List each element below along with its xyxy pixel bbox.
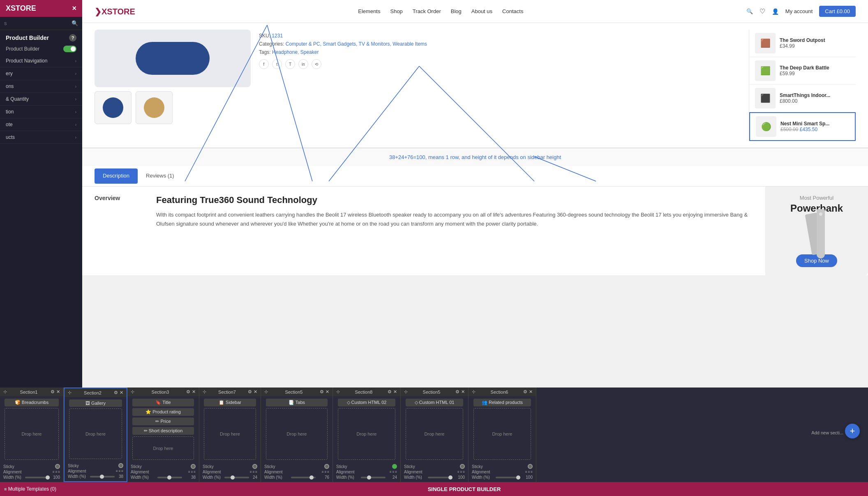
section3-close-icon[interactable]: ✕	[192, 389, 196, 394]
section8-dropzone[interactable]: Drop here	[338, 408, 395, 460]
widget-title[interactable]: 🔖 Title	[132, 399, 194, 406]
section8-move-icon[interactable]: ⊹	[336, 389, 340, 394]
tab-description[interactable]: Description	[95, 168, 138, 184]
section5a-move-icon[interactable]: ⊹	[264, 389, 268, 394]
builder-section-5b: ⊹ Section5 ⚙ ✕ ◇ Custom HTML 01 Drop her…	[401, 388, 469, 482]
section7-dropzone[interactable]: Drop here	[204, 408, 256, 460]
linkedin-icon[interactable]: in	[298, 59, 308, 69]
section2-dropzone[interactable]: Drop here	[82, 408, 122, 459]
add-section-label: Add new secti...	[811, 430, 843, 435]
nav-track-order[interactable]: Track Order	[413, 8, 441, 14]
widget-tabs[interactable]: 📑 Tabs	[266, 399, 327, 406]
section3-move-icon[interactable]: ⊹	[131, 389, 134, 394]
section6-header: ⊹ Section6 ⚙ ✕	[469, 388, 536, 396]
builder-sections: ⊹ Section1 ⚙ ✕ 🍞 Breadcrumbs Drop here S…	[82, 388, 868, 482]
product-thumb-1[interactable]	[95, 91, 132, 124]
account-label[interactable]: My account	[785, 8, 813, 14]
nav-about-us[interactable]: About us	[471, 8, 492, 14]
section6-dropzone[interactable]: Drop here	[473, 408, 531, 460]
section7-close-icon[interactable]: ✕	[254, 389, 257, 394]
widget-gallery[interactable]: 🖼 Gallery	[82, 399, 122, 407]
widget-custom-html-01[interactable]: ◇ Custom HTML 01	[406, 399, 463, 406]
related-img-2: 🟩	[755, 60, 776, 81]
wishlist-icon[interactable]: ♡	[760, 7, 765, 15]
widget-short-description[interactable]: ✏ Short description	[132, 427, 194, 435]
sidebar-item-note[interactable]: ote ›	[0, 118, 82, 131]
section7-width-slider[interactable]	[224, 477, 249, 478]
section5b-sticky-toggle[interactable]	[460, 464, 465, 469]
section6-move-icon[interactable]: ⊹	[472, 389, 476, 394]
sidebar-search-input[interactable]	[4, 20, 72, 26]
tumblr-icon[interactable]: T	[285, 59, 295, 69]
section2-settings-icon[interactable]: ⚙	[114, 390, 118, 395]
widget-product-rating[interactable]: ⭐ Product rating	[132, 408, 194, 416]
twitter-icon[interactable]: t	[272, 59, 282, 69]
section5b-close-icon[interactable]: ✕	[461, 389, 465, 394]
section5a-settings-icon[interactable]: ⚙	[320, 389, 324, 394]
related-item-1[interactable]: 🟫 The Sword Outpost £34.99	[749, 30, 856, 57]
sidebar-item-section[interactable]: tion ›	[0, 106, 82, 118]
sidebar-item-options[interactable]: ons ›	[0, 80, 82, 93]
scrollable-content: SKU: 1231 Categories: Computer & PC, Sma…	[82, 23, 868, 411]
section3-header: ⊹ Section3 ⚙ ✕	[127, 388, 199, 396]
section8-width-slider[interactable]	[361, 477, 386, 478]
section6-settings-icon[interactable]: ⚙	[523, 389, 527, 394]
widget-custom-html-02[interactable]: ◇ Custom HTML 02	[338, 399, 395, 406]
tab-reviews[interactable]: Reviews (1)	[138, 166, 182, 186]
section3-settings-icon[interactable]: ⚙	[186, 389, 190, 394]
section6-width-slider[interactable]	[496, 477, 520, 478]
section5b-dropzone[interactable]: Drop here	[406, 408, 463, 460]
section8-settings-icon[interactable]: ⚙	[388, 389, 392, 394]
section5a-dropzone[interactable]: Drop here	[266, 408, 327, 460]
search-icon[interactable]: 🔍	[746, 8, 753, 14]
section2-width-slider[interactable]	[90, 476, 115, 478]
categories-link[interactable]: Computer & PC, Smart Gadgets, TV & Monit…	[286, 41, 427, 47]
section7-sticky-toggle[interactable]	[252, 464, 257, 469]
section5b-width-slider[interactable]	[428, 477, 452, 478]
widget-related-products[interactable]: 👥 Related products	[473, 399, 531, 406]
section3-sticky-toggle[interactable]	[191, 464, 196, 469]
section8-close-icon[interactable]: ✕	[393, 389, 397, 394]
section6-close-icon[interactable]: ✕	[529, 389, 533, 394]
section3-dropzone[interactable]: Drop here	[132, 436, 194, 460]
section5b-settings-icon[interactable]: ⚙	[455, 389, 459, 394]
share-icon[interactable]: ⟲	[312, 59, 321, 69]
nav-elements[interactable]: Elements	[358, 8, 380, 14]
sidebar-close-icon[interactable]: ×	[72, 4, 76, 13]
related-info-1: The Sword Outpost £34.99	[780, 37, 825, 49]
nav-shop[interactable]: Shop	[390, 8, 402, 14]
section2-sticky-toggle[interactable]	[118, 463, 123, 468]
help-icon[interactable]: ?	[69, 34, 76, 42]
sidebar-item-gallery[interactable]: ery ›	[0, 67, 82, 80]
add-section-button[interactable]: +	[845, 424, 860, 438]
cart-button[interactable]: Cart £0.00	[819, 6, 856, 17]
sidebar-item-product-navigation[interactable]: Product Navigation ›	[0, 55, 82, 67]
sku-link[interactable]: 1231	[272, 33, 283, 39]
section8-sticky-toggle[interactable]	[392, 464, 397, 469]
nav-blog[interactable]: Blog	[451, 8, 462, 14]
nav-contacts[interactable]: Contacts	[502, 8, 523, 14]
section5a-width-slider[interactable]	[291, 477, 316, 478]
widget-price[interactable]: ✏ Price	[132, 418, 194, 425]
product-builder-toggle[interactable]	[63, 46, 76, 52]
related-item-2[interactable]: 🟩 The Deep Dark Battle £59.99	[749, 57, 856, 85]
section6-sticky-toggle[interactable]	[528, 464, 533, 469]
related-item-4[interactable]: 🟢 Nest Mini Smart Sp... £500.00 £435.50	[749, 112, 856, 141]
account-icon[interactable]: 👤	[772, 8, 779, 15]
sidebar-item-products[interactable]: ucts ›	[0, 131, 82, 144]
sidebar-item-quantity[interactable]: & Quantity ›	[0, 93, 82, 106]
related-item-3[interactable]: ⬛ SmartThings Indoor... £800.00	[749, 85, 856, 112]
section5a-close-icon[interactable]: ✕	[326, 389, 329, 394]
widget-sidebar[interactable]: 📋 Sidebar	[204, 399, 256, 406]
tags-link[interactable]: Headphone, Speaker	[272, 49, 319, 55]
chevron-right-icon: ›	[75, 122, 76, 127]
section7-move-icon[interactable]: ⊹	[203, 389, 206, 394]
facebook-icon[interactable]: f	[259, 59, 269, 69]
section5b-move-icon[interactable]: ⊹	[404, 389, 408, 394]
shop-now-button[interactable]: Shop Now	[796, 254, 837, 267]
section3-width-slider[interactable]	[157, 477, 182, 478]
section2-close-icon[interactable]: ✕	[120, 390, 123, 395]
section7-settings-icon[interactable]: ⚙	[248, 389, 252, 394]
section5a-sticky-toggle[interactable]	[324, 464, 329, 469]
product-thumb-2[interactable]	[136, 91, 173, 124]
